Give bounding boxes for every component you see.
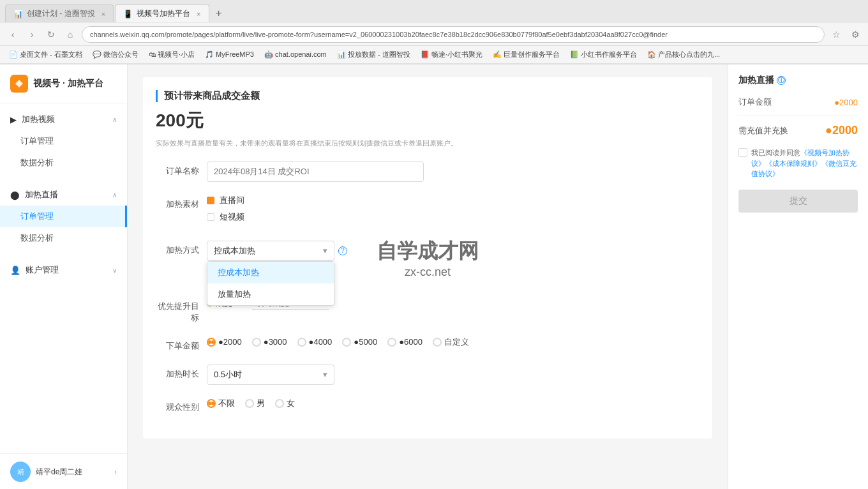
duration-chevron-icon: ▾ <box>323 370 327 379</box>
tab-2-label: 视频号加热平台 <box>137 8 190 19</box>
panel-info-icon[interactable]: ⓘ <box>777 76 786 85</box>
tab-2-close[interactable]: × <box>197 10 200 18</box>
amount-label-custom: 自定义 <box>444 336 469 348</box>
audience-control: 不限 男 女 <box>207 398 700 409</box>
bookmark-6[interactable]: 📕 畅途·小红书聚光 <box>417 49 486 61</box>
heat-method-row: 加热方式 控成本加热 ▾ 控成本加热 <box>156 241 700 261</box>
heat-method-option-cost[interactable]: 控成本加热 <box>207 262 334 283</box>
main-content: 自学成才网 zx-cc.net 预计带来商品成交金额 200元 实际效果与直播质… <box>128 64 868 489</box>
disclaimer: 实际效果与直播质量有关，未带来的观看量将在直播结束后按规则划拨微信豆或卡券退回原… <box>156 138 700 149</box>
sidebar-group-account[interactable]: 👤 账户管理 ∨ <box>0 259 127 281</box>
audience-option-unlimited[interactable]: 不限 <box>207 398 235 409</box>
url-bar[interactable]: channels.weixin.qq.com/promote/pages/pla… <box>82 26 825 43</box>
bookmark-5[interactable]: 📊 投放数据 - 道圈智投 <box>333 49 414 61</box>
material-live-text: 直播间 <box>220 195 244 206</box>
heat-method-control: 控成本加热 ▾ 控成本加热 放量加热 <box>207 241 700 261</box>
amount-display: 200元 <box>156 109 700 133</box>
panel-order-amount-label: 订单金额 <box>738 96 772 108</box>
duration-control: 0.5小时 ▾ <box>207 365 700 385</box>
user-avatar: 靖 <box>10 462 31 482</box>
amount-option-6000[interactable]: ●6000 <box>387 337 423 347</box>
new-tab-button[interactable]: + <box>211 5 227 22</box>
sidebar-user[interactable]: 靖 靖平de周二娃 › <box>0 453 127 489</box>
sidebar-section-video: ▶ 加热视频 ∧ 订单管理 数据分析 <box>0 103 127 179</box>
audience-option-male[interactable]: 男 <box>245 398 265 409</box>
audience-label-female: 女 <box>287 398 295 409</box>
material-live-label[interactable]: 直播间 <box>220 195 244 206</box>
sidebar: 视频号 · 加热平台 ▶ 加热视频 ∧ 订单管理 数据分析 ⬤ <box>0 64 128 489</box>
bookmark-2[interactable]: 🛍 视频号·小店 <box>145 49 198 61</box>
audience-options: 不限 男 女 <box>207 398 700 409</box>
amount-option-5000[interactable]: ●5000 <box>342 337 377 347</box>
sidebar-item-data-analysis-2[interactable]: 数据分析 <box>0 227 127 249</box>
panel-recharge-label: 需充值并充换 <box>738 125 788 137</box>
audience-radio-unlimited <box>207 399 216 408</box>
sidebar-item-order-mgmt-1[interactable]: 订单管理 <box>0 130 127 152</box>
duration-selector[interactable]: 0.5小时 ▾ <box>207 365 334 385</box>
user-name: 靖平de周二娃 <box>36 467 109 478</box>
heat-method-option-volume-text: 放量加热 <box>218 289 251 299</box>
bookmark-7[interactable]: ✍ 巨量创作服务平台 <box>489 49 564 61</box>
amount-label-6000: ●6000 <box>399 337 423 347</box>
tab-2[interactable]: 📱 视频号加热平台 × <box>115 4 209 22</box>
account-icon: 👤 <box>10 266 20 275</box>
panel-order-amount-row: 订单金额 ●2000 <box>738 96 858 108</box>
bookmark-1[interactable]: 💬 微信公众号 <box>89 49 142 61</box>
home-button[interactable]: ⌂ <box>63 27 78 42</box>
panel-checkbox-row: 我已阅读并同意《视频号加热协议》《成本保障规则》《微信豆充值协议》 <box>738 147 858 179</box>
material-control: 直播间 短视频 <box>207 195 700 228</box>
address-bar: ‹ › ↻ ⌂ channels.weixin.qq.com/promote/p… <box>0 23 868 46</box>
material-video-label[interactable]: 短视频 <box>220 211 244 223</box>
panel-title: 加热直播 ⓘ <box>738 75 858 86</box>
amount-radio-4000 <box>297 338 306 347</box>
sidebar-item-order-mgmt-2[interactable]: 订单管理 <box>0 206 127 227</box>
form-area: 自学成才网 zx-cc.net 预计带来商品成交金额 200元 实际效果与直播质… <box>128 64 728 489</box>
heat-live-label: 加热直播 <box>25 189 58 200</box>
panel-agreement-checkbox[interactable] <box>738 148 747 157</box>
amount-label-2000: ●2000 <box>218 337 242 347</box>
bookmarks-bar: 📄 桌面文件 - 石墨文档 💬 微信公众号 🛍 视频号·小店 🎵 MyFreeM… <box>0 46 868 64</box>
amount-option-2000[interactable]: ●2000 <box>207 337 242 347</box>
back-button[interactable]: ‹ <box>5 27 20 42</box>
order-name-label: 订单名称 <box>156 162 207 177</box>
agreement-link-2[interactable]: 《成本保障规则》 <box>765 160 821 167</box>
tab-1-favicon: 📊 <box>13 10 23 19</box>
refresh-button[interactable]: ↻ <box>43 27 59 42</box>
tab-1-close[interactable]: × <box>101 10 105 18</box>
amount-option-3000[interactable]: ●3000 <box>252 337 287 347</box>
extensions-button[interactable]: ⚙ <box>848 27 863 42</box>
audience-radio-female <box>275 399 284 408</box>
order-name-row: 订单名称 <box>156 162 700 182</box>
forward-button[interactable]: › <box>24 27 40 42</box>
bookmark-8[interactable]: 📗 小红书作服务平台 <box>566 49 641 61</box>
heat-method-option-volume[interactable]: 放量加热 <box>207 283 334 305</box>
tab-2-favicon: 📱 <box>123 10 133 19</box>
heat-method-option-cost-text: 控成本加热 <box>218 267 259 277</box>
bookmark-3[interactable]: 🎵 MyFreeMP3 <box>201 49 258 60</box>
heat-method-info-icon[interactable]: ? <box>338 246 347 255</box>
material-video-text: 短视频 <box>220 211 244 223</box>
account-label: 账户管理 <box>26 264 59 276</box>
duration-row: 加热时长 0.5小时 ▾ <box>156 365 700 385</box>
sidebar-group-heat-video[interactable]: ▶ 加热视频 ∧ <box>0 109 127 130</box>
amount-option-4000[interactable]: ●4000 <box>297 337 333 347</box>
audience-option-female[interactable]: 女 <box>275 398 295 409</box>
submit-button[interactable]: 提交 <box>738 190 858 213</box>
heat-live-icon: ⬤ <box>10 190 20 200</box>
bookmark-0[interactable]: 📄 桌面文件 - 石墨文档 <box>5 49 86 61</box>
order-name-input[interactable] <box>207 162 424 182</box>
bookmark-4[interactable]: 🤖 chat.openai.com <box>260 49 331 60</box>
sidebar-item-data-analysis-1[interactable]: 数据分析 <box>0 152 127 174</box>
bookmark-button[interactable]: ☆ <box>828 27 844 42</box>
amount-option-custom[interactable]: 自定义 <box>433 336 469 348</box>
bookmark-9[interactable]: 🏠 产品核心点击的九... <box>643 49 724 61</box>
heat-method-selector[interactable]: 控成本加热 ▾ <box>207 241 334 261</box>
sidebar-group-heat-live[interactable]: ⬤ 加热直播 ∧ <box>0 184 127 206</box>
material-live-option: 直播间 <box>207 195 700 206</box>
order-mgmt-1-label: 订单管理 <box>20 135 54 147</box>
user-chevron: › <box>114 468 117 476</box>
amount-control: ●2000 ●3000 ●4000 <box>207 336 700 348</box>
logo-icon <box>10 75 28 93</box>
tab-1[interactable]: 📊 创建计划 - 道圈智投 × <box>5 4 114 22</box>
sidebar-logo: 视频号 · 加热平台 <box>0 64 127 103</box>
